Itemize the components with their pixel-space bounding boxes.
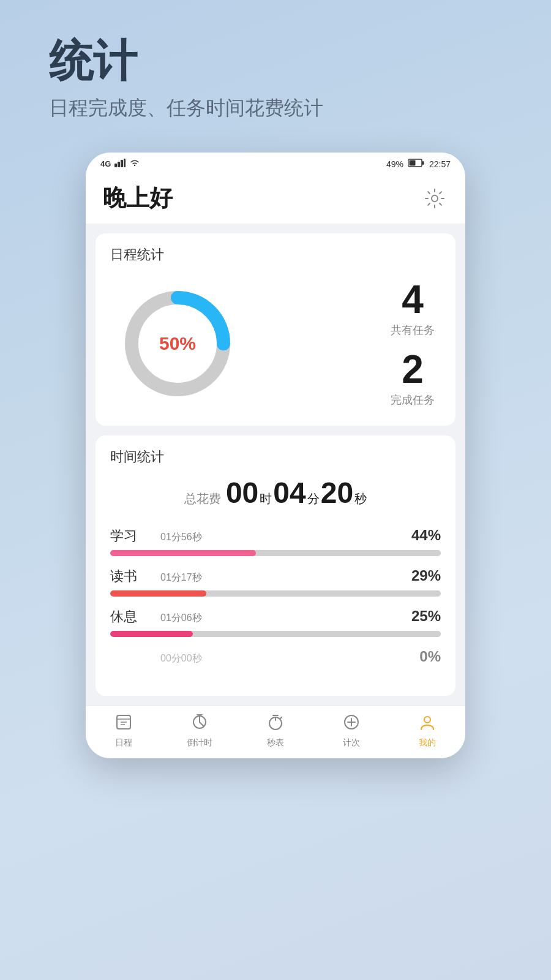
category-pct-partial: 0% — [419, 648, 441, 665]
content-area: 日程统计 50% 4 共有任务 — [86, 224, 465, 706]
category-name-1: 读书 — [110, 567, 153, 586]
progress-bg-2 — [110, 631, 441, 637]
donut-percentage: 50% — [159, 333, 196, 354]
category-row-1: 读书 01分17秒 29% — [110, 567, 441, 597]
hours-unit: 时 — [260, 491, 272, 507]
svg-rect-3 — [124, 159, 126, 167]
status-right: 49% 22:57 — [386, 159, 451, 169]
time-card-title: 时间统计 — [110, 448, 441, 466]
stopwatch-nav-icon — [267, 714, 284, 735]
nav-item-mine[interactable]: 我的 — [403, 714, 452, 748]
time-display: 22:57 — [429, 159, 451, 169]
nav-label-mine: 我的 — [419, 737, 436, 748]
svg-rect-6 — [409, 160, 415, 166]
category-row-2: 休息 01分06秒 25% — [110, 608, 441, 637]
schedule-card-title: 日程统计 — [110, 246, 441, 264]
progress-fill-2 — [110, 631, 193, 637]
category-row-0: 学习 01分56秒 44% — [110, 527, 441, 556]
app-header: 晚上好 — [86, 173, 465, 224]
signal-bars-icon — [114, 159, 126, 169]
donut-chart: 50% — [116, 282, 239, 405]
category-name-2: 休息 — [110, 608, 153, 626]
schedule-card: 日程统计 50% 4 共有任务 — [96, 233, 455, 426]
svg-line-19 — [280, 717, 282, 718]
greeting-text: 晚上好 — [103, 183, 173, 214]
hours-value: 00 — [226, 476, 258, 510]
counter-nav-icon — [343, 714, 360, 735]
category-row-partial: 00分00秒 0% — [110, 648, 441, 673]
time-card: 时间统计 总花费 00 时 04 分 20 秒 学习 01分56秒 44% — [96, 435, 455, 696]
stats-numbers: 4 共有任务 2 完成任务 — [391, 280, 435, 407]
total-time: 总花费 00 时 04 分 20 秒 — [110, 476, 441, 510]
category-time-2: 01分06秒 — [160, 612, 404, 625]
total-tasks-label: 共有任务 — [391, 323, 435, 337]
svg-point-23 — [424, 717, 430, 723]
category-header-1: 读书 01分17秒 29% — [110, 567, 441, 586]
category-time-partial: 00分00秒 — [160, 652, 412, 665]
settings-icon[interactable] — [421, 185, 448, 212]
wifi-icon — [129, 159, 140, 169]
nav-label-schedule: 日程 — [115, 737, 132, 748]
progress-bg-0 — [110, 550, 441, 556]
bottom-nav: 日程 倒计时 秒表 — [86, 706, 465, 758]
category-name-0: 学习 — [110, 527, 153, 545]
seconds-value: 20 — [321, 476, 353, 510]
category-header-2: 休息 01分06秒 25% — [110, 608, 441, 626]
minutes-unit: 分 — [307, 491, 320, 507]
signal-icon: 4G — [100, 159, 111, 168]
schedule-stats: 50% 4 共有任务 2 完成任务 — [110, 274, 441, 413]
category-header-partial: 00分00秒 0% — [110, 648, 441, 665]
battery-percentage: 49% — [386, 159, 403, 169]
completed-tasks-number: 2 — [391, 350, 435, 389]
total-tasks-number: 4 — [391, 280, 435, 319]
category-pct-2: 25% — [411, 608, 441, 625]
minutes-value: 04 — [273, 476, 305, 510]
completed-tasks-label: 完成任务 — [391, 393, 435, 407]
nav-item-stopwatch[interactable]: 秒表 — [251, 714, 300, 748]
category-header-0: 学习 01分56秒 44% — [110, 527, 441, 545]
nav-item-counter[interactable]: 计次 — [327, 714, 376, 748]
bg-sub-title: 日程完成度、任务时间花费统计 — [49, 95, 502, 122]
category-time-0: 01分56秒 — [160, 531, 404, 544]
battery-icon — [408, 159, 424, 169]
nav-label-countdown: 倒计时 — [187, 737, 212, 748]
svg-rect-1 — [118, 162, 120, 167]
background-title-area: 统计 日程完成度、任务时间花费统计 — [0, 0, 551, 146]
completed-tasks-stat: 2 完成任务 — [391, 350, 435, 407]
nav-item-schedule[interactable]: 日程 — [99, 714, 148, 748]
seconds-unit: 秒 — [354, 491, 367, 507]
progress-fill-0 — [110, 550, 256, 556]
nav-item-countdown[interactable]: 倒计时 — [175, 714, 224, 748]
bg-main-title: 统计 — [49, 37, 502, 85]
category-time-1: 01分17秒 — [160, 571, 404, 584]
progress-bg-1 — [110, 590, 441, 597]
countdown-nav-icon — [191, 714, 208, 735]
total-label: 总花费 — [184, 491, 221, 507]
svg-point-7 — [432, 195, 438, 202]
status-bar: 4G 49% — [86, 153, 465, 173]
svg-rect-2 — [121, 160, 123, 167]
category-pct-1: 29% — [411, 567, 441, 584]
phone-frame: 4G 49% — [86, 153, 465, 758]
nav-label-stopwatch: 秒表 — [267, 737, 284, 748]
schedule-nav-icon — [115, 714, 132, 735]
total-tasks-stat: 4 共有任务 — [391, 280, 435, 337]
svg-rect-5 — [422, 161, 424, 165]
mine-nav-icon — [419, 714, 436, 735]
status-left: 4G — [100, 159, 140, 169]
category-pct-0: 44% — [411, 527, 441, 544]
progress-fill-1 — [110, 590, 206, 597]
nav-label-counter: 计次 — [343, 737, 360, 748]
svg-rect-0 — [114, 164, 117, 167]
